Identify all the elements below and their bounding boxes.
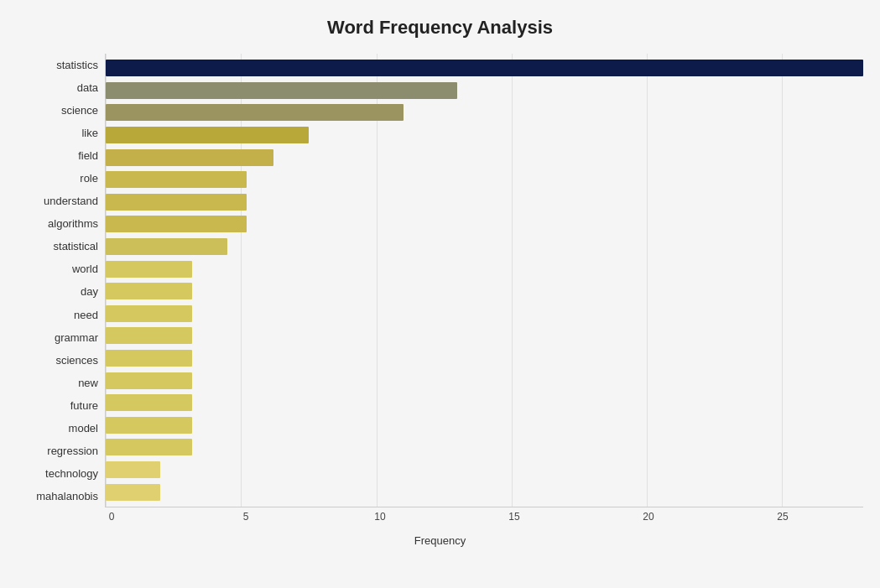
y-label-grammar: grammar: [55, 326, 98, 349]
bar-row-like: [106, 124, 863, 147]
x-tick-25: 25: [777, 511, 788, 523]
bar-model: [106, 417, 192, 434]
bar-row-role: [106, 169, 863, 191]
y-label-algorithms: algorithms: [48, 212, 98, 235]
bar-role: [106, 171, 247, 188]
y-label-field: field: [78, 144, 98, 167]
x-tick-15: 15: [508, 511, 519, 523]
bar-technology: [106, 461, 160, 478]
bar-row-field: [106, 146, 863, 169]
y-label-like: like: [81, 122, 98, 144]
y-label-model: model: [69, 417, 98, 440]
bar-row-grammar: [106, 325, 863, 347]
bar-row-data: [106, 80, 863, 102]
bar-row-statistics: [106, 57, 863, 80]
x-tick-5: 5: [243, 511, 249, 523]
bar-mahalanobis: [106, 484, 160, 501]
chart-area: statisticsdatasciencelikefieldroleunders…: [17, 54, 863, 507]
x-tick-10: 10: [374, 511, 385, 523]
x-tick-20: 20: [643, 511, 653, 523]
bar-row-algorithms: [106, 213, 863, 236]
y-label-day: day: [81, 280, 98, 303]
y-label-role: role: [80, 167, 98, 190]
bar-future: [106, 394, 192, 411]
bar-row-technology: [106, 459, 863, 481]
bar-field: [106, 149, 273, 166]
bar-day: [106, 283, 192, 299]
bar-algorithms: [106, 216, 247, 232]
bar-row-need: [106, 303, 863, 325]
bar-row-day: [106, 280, 863, 303]
y-label-technology: technology: [45, 462, 98, 485]
y-label-understand: understand: [44, 190, 98, 212]
bar-row-regression: [106, 436, 863, 459]
bar-regression: [106, 439, 192, 455]
y-label-regression: regression: [47, 440, 98, 462]
bars-and-grid: [105, 54, 863, 507]
bar-new: [106, 372, 192, 389]
y-label-data: data: [77, 76, 98, 99]
y-label-statistical: statistical: [54, 235, 98, 258]
bar-row-mahalanobis: [106, 481, 863, 503]
chart-title: Word Frequency Analysis: [17, 17, 863, 39]
y-label-need: need: [74, 304, 98, 326]
x-tick-0: 0: [109, 511, 115, 523]
y-label-statistics: statistics: [56, 54, 98, 76]
bar-statistics: [106, 60, 863, 76]
bar-statistical: [106, 238, 227, 255]
bar-world: [106, 261, 192, 278]
y-label-science: science: [61, 99, 98, 122]
bar-row-science: [106, 101, 863, 124]
bar-sciences: [106, 350, 192, 367]
bar-row-world: [106, 258, 863, 280]
bars-container: [106, 54, 863, 507]
bar-need: [106, 305, 192, 322]
bar-row-future: [106, 392, 863, 414]
bar-row-statistical: [106, 236, 863, 258]
bar-row-new: [106, 369, 863, 392]
bar-grammar: [106, 327, 192, 344]
y-label-world: world: [72, 258, 98, 280]
bar-understand: [106, 194, 247, 211]
bar-row-understand: [106, 191, 863, 214]
y-label-new: new: [78, 372, 98, 394]
chart-container: Word Frequency Analysis statisticsdatasc…: [0, 0, 880, 588]
bar-data: [106, 82, 457, 99]
plot-area: statisticsdatasciencelikefieldroleunders…: [17, 54, 863, 507]
x-axis-title: Frequency: [17, 534, 863, 547]
bar-row-sciences: [106, 347, 863, 370]
y-labels: statisticsdatasciencelikefieldroleunders…: [17, 54, 105, 507]
bar-row-model: [106, 414, 863, 437]
bar-like: [106, 127, 309, 143]
y-label-future: future: [70, 394, 98, 417]
y-label-mahalanobis: mahalanobis: [36, 485, 98, 507]
bar-science: [106, 104, 404, 121]
y-label-sciences: sciences: [55, 349, 98, 372]
